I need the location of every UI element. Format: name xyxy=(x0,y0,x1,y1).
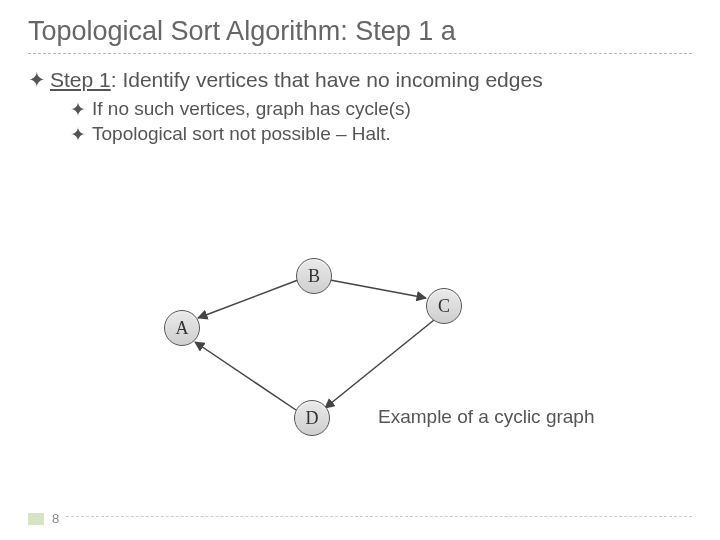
footer-accent xyxy=(28,513,44,525)
step-label: Step 1 xyxy=(50,68,111,91)
svg-line-0 xyxy=(198,280,298,318)
sub-item-text: If no such vertices, graph has cycle(s) xyxy=(92,98,411,120)
graph-node-d: D xyxy=(294,400,330,436)
svg-line-2 xyxy=(325,320,434,408)
footer: 8 xyxy=(28,511,59,526)
step-line: Step 1: Identify vertices that have no i… xyxy=(50,68,543,92)
svg-line-1 xyxy=(330,280,426,298)
body: ✦ Step 1: Identify vertices that have no… xyxy=(28,68,692,146)
page-number: 8 xyxy=(52,511,59,526)
sub-list: ✦ If no such vertices, graph has cycle(s… xyxy=(70,98,692,146)
title-divider xyxy=(28,53,692,54)
bullet-level1: ✦ Step 1: Identify vertices that have no… xyxy=(28,68,692,92)
graph-node-b: B xyxy=(296,258,332,294)
graph-node-c: C xyxy=(426,288,462,324)
bullet-icon: ✦ xyxy=(70,123,84,146)
bullet-level2: ✦ If no such vertices, graph has cycle(s… xyxy=(70,98,692,121)
graph-edges xyxy=(0,250,720,460)
slide: Topological Sort Algorithm: Step 1 a ✦ S… xyxy=(0,0,720,540)
bullet-icon: ✦ xyxy=(28,68,42,92)
bullet-level2: ✦ Topological sort not possible – Halt. xyxy=(70,123,692,146)
graph-node-a: A xyxy=(164,310,200,346)
graph-diagram: A B C D Example of a cyclic graph xyxy=(0,250,720,460)
bullet-icon: ✦ xyxy=(70,98,84,121)
step-text: : Identify vertices that have no incomin… xyxy=(111,68,543,91)
page-title: Topological Sort Algorithm: Step 1 a xyxy=(28,16,692,47)
footer-divider xyxy=(66,516,692,517)
diagram-caption: Example of a cyclic graph xyxy=(378,406,595,428)
sub-item-text: Topological sort not possible – Halt. xyxy=(92,123,391,145)
svg-line-3 xyxy=(195,342,296,410)
